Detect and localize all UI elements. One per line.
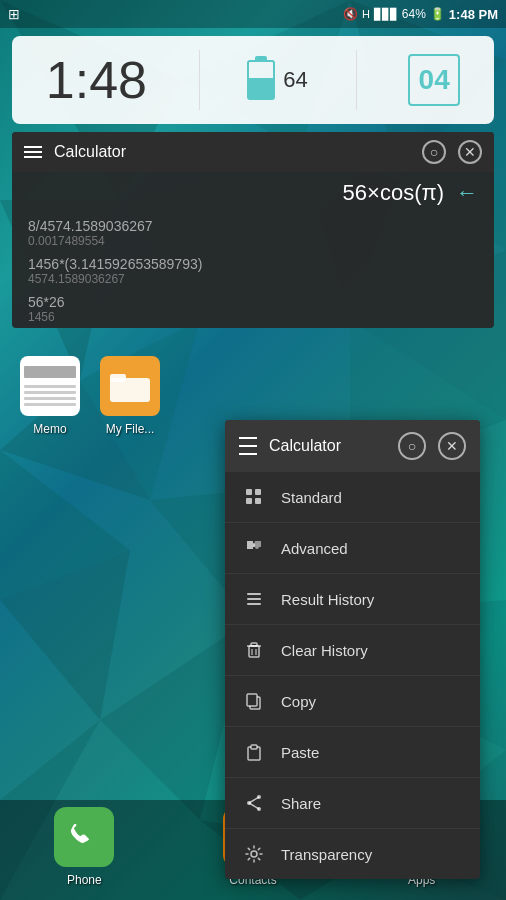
memo-label: Memo [33, 422, 66, 436]
paste-icon [243, 741, 265, 763]
calc-title: Calculator [54, 143, 410, 161]
ctx-copy-label: Copy [281, 693, 316, 710]
calc-history-expr-3: 56*26 [28, 294, 478, 310]
svg-rect-36 [251, 745, 257, 749]
ctx-item-copy[interactable]: Copy [225, 676, 480, 727]
ctx-item-transparency[interactable]: Transparency [225, 829, 480, 879]
widget-divider-2 [356, 50, 357, 110]
svg-line-41 [249, 803, 259, 809]
folder-svg [110, 370, 150, 402]
calc-history-item-2: 1456*(3.141592653589793) 4574.1589036267 [12, 252, 494, 290]
ctx-menu-hamburger[interactable] [239, 437, 257, 455]
calc-expression-row: 56×cos(π) ← [12, 172, 494, 214]
ctx-transparency-label: Transparency [281, 846, 372, 863]
svg-rect-20 [110, 374, 126, 382]
ctx-standard-label: Standard [281, 489, 342, 506]
copy-icon [243, 690, 265, 712]
calc-history-expr-2: 1456*(3.141592653589793) [28, 256, 478, 272]
mute-icon: 🔇 [343, 7, 358, 21]
ctx-item-share[interactable]: Share [225, 778, 480, 829]
dock-item-phone[interactable]: Phone [54, 807, 114, 887]
svg-point-42 [251, 851, 257, 857]
phone-label: Phone [67, 873, 102, 887]
status-left: ⊞ [8, 6, 20, 22]
battery-percent: 64% [402, 7, 426, 21]
ctx-result-history-label: Result History [281, 591, 374, 608]
status-right: 🔇 H ▊▊▊ 64% 🔋 1:48 PM [343, 7, 498, 22]
svg-rect-21 [246, 489, 252, 495]
svg-rect-30 [251, 643, 257, 646]
calc-minimize-button[interactable]: ○ [422, 140, 446, 164]
svg-rect-23 [246, 498, 252, 504]
calendar-date: 04 [419, 64, 450, 96]
ctx-hamburger-line-3 [239, 453, 257, 455]
calc-backspace-button[interactable]: ← [456, 180, 478, 206]
context-menu-title: Calculator [269, 437, 386, 455]
grid-icon [243, 486, 265, 508]
ctx-item-result-history[interactable]: Result History [225, 574, 480, 625]
calc-close-button[interactable]: ✕ [458, 140, 482, 164]
ctx-item-paste[interactable]: Paste [225, 727, 480, 778]
hamburger-line-1 [24, 146, 42, 148]
desktop-icon-myfiles[interactable]: My File... [100, 356, 160, 436]
ctx-item-clear-history[interactable]: Clear History [225, 625, 480, 676]
memo-icon-bg [20, 356, 80, 416]
memo-line-2 [24, 391, 76, 394]
ctx-item-standard[interactable]: Standard [225, 472, 480, 523]
ctx-hamburger-line-2 [239, 445, 257, 447]
hamburger-line-2 [24, 151, 42, 153]
ctx-minimize-button[interactable]: ○ [398, 432, 426, 460]
memo-line-4 [24, 403, 76, 406]
widget-clock: 1:48 [30, 50, 163, 110]
battery-widget-number: 64 [283, 67, 307, 93]
battery-fill [249, 78, 273, 98]
battery-icon: 🔋 [430, 7, 445, 21]
ctx-paste-label: Paste [281, 744, 319, 761]
memo-line-1 [24, 385, 76, 388]
calc-menu-button[interactable] [24, 146, 42, 158]
svg-rect-28 [249, 646, 259, 657]
puzzle-icon [243, 537, 265, 559]
myfiles-label: My File... [106, 422, 155, 436]
calc-history-result-3: 1456 [28, 310, 478, 324]
widget-area: 1:48 64 04 [12, 36, 494, 124]
svg-rect-25 [247, 593, 261, 595]
phone-icon-bg [54, 807, 114, 867]
memo-line-3 [24, 397, 76, 400]
svg-rect-27 [247, 603, 261, 605]
svg-line-40 [249, 797, 259, 803]
network-icon: H [362, 8, 370, 20]
status-time: 1:48 PM [449, 7, 498, 22]
calendar-icon: 04 [408, 54, 460, 106]
context-menu-header: Calculator ○ ✕ [225, 420, 480, 472]
memo-icon-lines [24, 366, 76, 406]
svg-rect-26 [247, 598, 261, 600]
signal-icon: ▊▊▊ [374, 8, 398, 21]
ctx-close-button[interactable]: ✕ [438, 432, 466, 460]
context-menu: Calculator ○ ✕ Standard Advanced [225, 420, 480, 879]
calc-history-result-1: 0.0017489554 [28, 234, 478, 248]
share-icon [243, 792, 265, 814]
phone-svg [67, 820, 101, 854]
list-icon [243, 588, 265, 610]
ctx-advanced-label: Advanced [281, 540, 348, 557]
calc-header: Calculator ○ ✕ [12, 132, 494, 172]
widget-battery: 64 [235, 60, 319, 100]
trash-icon [243, 639, 265, 661]
ctx-item-advanced[interactable]: Advanced [225, 523, 480, 574]
ctx-hamburger-line-1 [239, 437, 257, 439]
calculator-app: Calculator ○ ✕ 56×cos(π) ← 8/4574.158903… [12, 132, 494, 328]
hamburger-line-3 [24, 156, 42, 158]
calc-history-item-3: 56*26 1456 [12, 290, 494, 328]
calc-history-expr-1: 8/4574.1589036267 [28, 218, 478, 234]
files-icon-bg [100, 356, 160, 416]
status-bar: ⊞ 🔇 H ▊▊▊ 64% 🔋 1:48 PM [0, 0, 506, 28]
ctx-share-label: Share [281, 795, 321, 812]
battery-widget-icon [247, 60, 275, 100]
svg-rect-22 [255, 489, 261, 495]
svg-rect-24 [255, 498, 261, 504]
calc-expression-text: 56×cos(π) [28, 180, 444, 206]
gear-icon [243, 843, 265, 865]
calc-history-result-2: 4574.1589036267 [28, 272, 478, 286]
desktop-icon-memo[interactable]: Memo [20, 356, 80, 436]
